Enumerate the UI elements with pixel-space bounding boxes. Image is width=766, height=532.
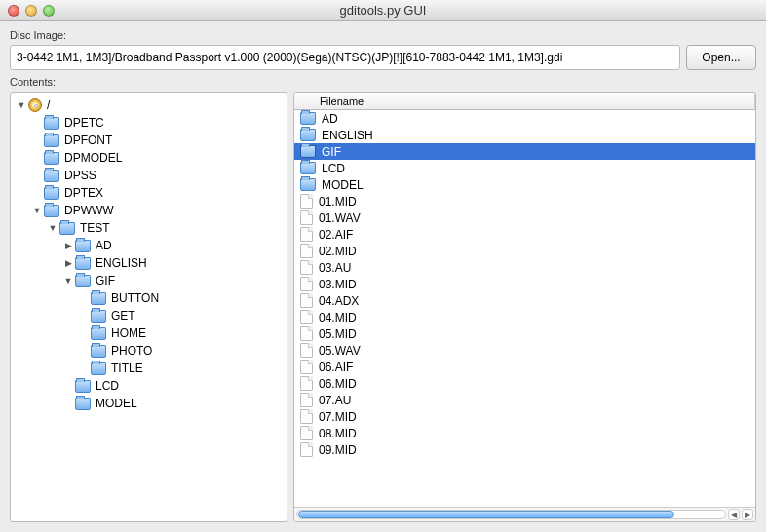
disc-path-value: 3-0442 1M1, 1M3]/Broadband Passport v1.0… [17, 51, 562, 64]
tree-item-label: GET [111, 309, 135, 323]
horizontal-scrollbar[interactable]: ◀ ▶ [294, 507, 755, 521]
list-row[interactable]: 03.MID [294, 276, 755, 292]
tree-item[interactable]: DPTEX [30, 184, 287, 202]
tree-item[interactable]: DPMODEL [30, 149, 287, 167]
tree-item[interactable]: BUTTON [77, 289, 287, 307]
list-row[interactable]: ENGLISH [294, 127, 755, 143]
list-item-label: GIF [322, 145, 341, 159]
tree-item[interactable]: TITLE [77, 360, 287, 377]
list-item-label: 03.MID [319, 278, 357, 291]
list-body[interactable]: ADENGLISHGIFLCDMODEL01.MID01.WAV02.AIF02… [294, 110, 755, 507]
tree-item[interactable]: MODEL [61, 395, 287, 412]
scrollbar-thumb[interactable] [298, 511, 674, 518]
tree-item[interactable]: GET [77, 307, 287, 324]
file-icon [300, 244, 313, 258]
tree-item-label: PHOTO [111, 344, 152, 358]
disc-image-label: Disc Image: [10, 29, 756, 41]
minimize-icon[interactable] [25, 5, 37, 17]
filename-column-header[interactable]: Filename [294, 93, 755, 109]
list-item-label: 05.MID [319, 327, 357, 341]
list-item-label: 01.MID [319, 195, 357, 209]
folder-icon [75, 240, 91, 252]
list-row[interactable]: 09.MID [294, 441, 755, 458]
list-row[interactable]: 05.MID [294, 325, 755, 342]
list-item-label: 03.AU [319, 261, 351, 275]
list-item-label: 06.MID [319, 377, 357, 391]
list-item-label: 01.WAV [319, 211, 361, 225]
disclosure-open-icon[interactable]: ▼ [17, 100, 26, 110]
folder-icon [300, 162, 316, 174]
file-icon [300, 426, 313, 440]
scrollbar-track[interactable] [296, 510, 726, 519]
list-item-label: LCD [322, 162, 345, 175]
list-row[interactable]: LCD [294, 160, 755, 176]
list-row[interactable]: GIF [294, 143, 755, 160]
file-icon [300, 376, 313, 391]
folder-icon [75, 380, 91, 393]
tree-item-label: MODEL [96, 397, 137, 410]
folder-icon [300, 112, 316, 125]
tree-item[interactable]: PHOTO [77, 342, 287, 360]
list-row[interactable]: 07.MID [294, 408, 755, 425]
tree-item[interactable]: ▶AD [61, 237, 287, 254]
folder-icon [75, 275, 91, 287]
window-controls [8, 5, 55, 17]
list-item-label: 08.MID [319, 427, 357, 440]
tree-item[interactable]: ▼DPWWW [30, 202, 287, 219]
zoom-icon[interactable] [43, 5, 55, 17]
tree-item-label: LCD [96, 379, 119, 393]
file-icon [300, 260, 313, 275]
scroll-left-icon[interactable]: ◀ [728, 509, 740, 520]
tree-item[interactable]: DPFONT [30, 132, 287, 149]
folder-icon [300, 178, 316, 191]
tree-item[interactable]: DPETC [30, 114, 287, 132]
tree-item[interactable]: LCD [61, 377, 287, 395]
tree-item-label: ENGLISH [96, 256, 147, 270]
tree-item[interactable]: ▼GIF [61, 272, 287, 289]
tree-item[interactable]: DPSS [30, 167, 287, 184]
list-row[interactable]: 06.MID [294, 375, 755, 392]
disclosure-closed-icon[interactable]: ▶ [63, 258, 73, 268]
disclosure-open-icon[interactable]: ▼ [48, 223, 57, 233]
folder-icon [44, 152, 59, 165]
folder-icon [44, 187, 59, 200]
list-row[interactable]: MODEL [294, 176, 755, 193]
contents-label: Contents: [10, 76, 756, 88]
list-row[interactable]: 08.MID [294, 425, 755, 441]
tree-item-label: HOME [111, 326, 146, 340]
titlebar[interactable]: gditools.py GUI [0, 0, 766, 21]
list-row[interactable]: 04.MID [294, 309, 755, 325]
list-row[interactable]: 01.WAV [294, 209, 755, 226]
tree-item[interactable]: ▼TEST [46, 219, 287, 237]
tree-item-label: / [47, 98, 50, 112]
list-header[interactable]: Filename [294, 93, 755, 110]
list-row[interactable]: 06.AIF [294, 359, 755, 375]
scroll-right-icon[interactable]: ▶ [742, 509, 753, 520]
list-row[interactable]: 05.WAV [294, 342, 755, 359]
disclosure-closed-icon[interactable]: ▶ [63, 241, 73, 250]
disclosure-open-icon[interactable]: ▼ [32, 206, 42, 215]
list-row[interactable]: 03.AU [294, 259, 755, 276]
folder-icon [91, 362, 106, 375]
list-row[interactable]: 02.AIF [294, 226, 755, 243]
list-row[interactable]: 04.ADX [294, 292, 755, 309]
disclosure-open-icon[interactable]: ▼ [63, 276, 73, 285]
list-row[interactable]: AD [294, 110, 755, 127]
tree-item[interactable]: HOME [77, 324, 287, 342]
tree-pane[interactable]: ▼/DPETCDPFONTDPMODELDPSSDPTEX▼DPWWW▼TEST… [10, 92, 287, 522]
list-item-label: 09.MID [319, 443, 357, 457]
list-row[interactable]: 01.MID [294, 193, 755, 209]
tree-item-label: BUTTON [111, 291, 159, 305]
list-row[interactable]: 02.MID [294, 243, 755, 259]
tree-item-label: DPFONT [64, 133, 112, 147]
disc-path-input[interactable]: 3-0442 1M1, 1M3]/Broadband Passport v1.0… [10, 45, 680, 70]
list-row[interactable]: 07.AU [294, 392, 755, 408]
tree-item-label: DPETC [64, 116, 104, 130]
file-icon [300, 194, 313, 209]
tree-root[interactable]: ▼/ [15, 96, 287, 114]
open-button[interactable]: Open... [686, 45, 756, 70]
file-icon [300, 277, 313, 291]
tree-item[interactable]: ▶ENGLISH [61, 254, 287, 272]
close-icon[interactable] [8, 5, 19, 17]
folder-icon [44, 134, 59, 147]
